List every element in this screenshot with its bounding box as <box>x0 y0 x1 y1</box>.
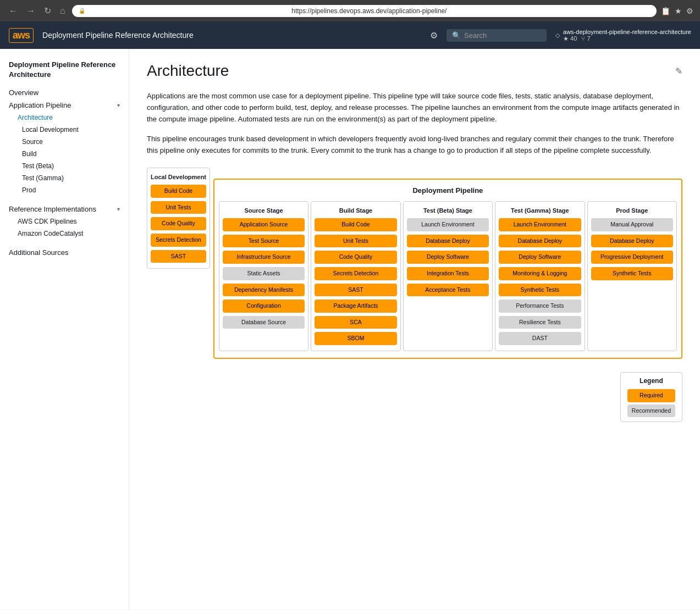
stage-source-title: Source Stage <box>223 207 305 214</box>
stage-test-gamma-title: Test (Gamma) Stage <box>499 207 581 214</box>
chevron-down-icon: ▾ <box>117 206 120 212</box>
address-bar[interactable]: 🔒 https://pipelines.devops.aws.dev/appli… <box>72 5 657 17</box>
aws-header: aws Deployment Pipeline Reference Archit… <box>0 21 700 49</box>
sidebar-item-overview[interactable]: Overview <box>9 86 120 99</box>
settings-icon[interactable]: ⚙ <box>430 30 438 41</box>
sidebar-item-label: Reference Implementations <box>9 205 96 213</box>
badge-build-code-build: Build Code <box>315 218 396 231</box>
repo-stats: ★ 40 ⑂ 7 <box>563 35 691 42</box>
sidebar-item-application-pipeline[interactable]: Application Pipeline ▾ <box>9 99 120 112</box>
sidebar-item-test-gamma[interactable]: Test (Gamma) <box>9 172 120 184</box>
home-button[interactable]: ⌂ <box>58 5 68 17</box>
pipeline-wrapper: Local Development Build Code Unit Tests … <box>147 168 682 359</box>
badge-build-code-local: Build Code <box>151 185 206 198</box>
url-text: https://pipelines.devops.aws.dev/applica… <box>89 7 650 15</box>
aws-logo[interactable]: aws <box>9 28 34 43</box>
badge-database-source: Database Source <box>223 316 305 329</box>
page-title: Architecture <box>147 62 229 80</box>
lock-icon: 🔒 <box>79 8 85 14</box>
back-button[interactable]: ← <box>7 5 20 17</box>
badge-sca: SCA <box>315 316 396 329</box>
sidebar-title: Deployment Pipeline Reference Architectu… <box>9 60 120 80</box>
badge-unit-tests-build: Unit Tests <box>315 235 396 248</box>
bookmark-icon[interactable]: 📋 <box>661 7 670 15</box>
stage-build-items: Build Code Unit Tests Code Quality Secre… <box>315 218 396 345</box>
forks-count: ⑂ 7 <box>581 35 590 42</box>
badge-db-deploy-beta: Database Deploy <box>407 235 489 248</box>
badge-secrets-detection-local: Secrets Detection <box>151 234 206 247</box>
badge-synthetic-tests-prod: Synthetic Tests <box>591 267 673 280</box>
sidebar-item-test-beta[interactable]: Test (Beta) <box>9 160 120 172</box>
stars-count: ★ 40 <box>563 35 577 42</box>
badge-resilience-tests: Resilience Tests <box>499 316 581 329</box>
pipeline-container: Deployment Pipeline Source Stage Applica… <box>213 179 682 359</box>
stage-source: Source Stage Application Source Test Sou… <box>219 201 308 351</box>
pipeline-title: Deployment Pipeline <box>219 186 677 195</box>
badge-static-assets: Static Assets <box>223 267 305 280</box>
badge-monitoring-logging: Monitoring & Logging <box>499 267 581 280</box>
badge-dast: DAST <box>499 332 581 345</box>
badge-deploy-software-gamma: Deploy Software <box>499 251 581 264</box>
description-paragraph-1: Applications are the most common use cas… <box>147 91 682 125</box>
settings-icon[interactable]: ⚙ <box>686 7 693 15</box>
search-input[interactable] <box>464 31 541 40</box>
stage-prod-items: Manual Approval Database Deploy Progress… <box>591 218 673 280</box>
badge-acceptance-tests: Acceptance Tests <box>407 284 489 297</box>
stage-local-development-title: Local Development <box>151 174 206 180</box>
sidebar-item-additional-sources[interactable]: Additional Sources <box>9 246 120 259</box>
content-area: Architecture ✎ Applications are the most… <box>129 49 700 609</box>
stage-prod-title: Prod Stage <box>591 207 673 214</box>
badge-launch-env-beta: Launch Environment <box>407 218 489 231</box>
badge-dependency-manifests: Dependency Manifests <box>223 284 305 297</box>
browser-chrome: ← → ↻ ⌂ 🔒 https://pipelines.devops.aws.d… <box>0 0 700 21</box>
refresh-button[interactable]: ↻ <box>42 4 53 17</box>
badge-sast-build: SAST <box>315 284 396 297</box>
description-paragraph-2: This pipeline encourages trunk based dev… <box>147 134 682 157</box>
chevron-down-icon: ▾ <box>117 102 120 108</box>
badge-sast-local: SAST <box>151 250 206 263</box>
legend-recommended: Recommended <box>627 404 675 418</box>
badge-db-deploy-prod: Database Deploy <box>591 235 673 248</box>
stage-test-beta: Test (Beta) Stage Launch Environment Dat… <box>403 201 493 351</box>
legend-title: Legend <box>627 377 675 385</box>
badge-code-quality-build: Code Quality <box>315 251 396 264</box>
sidebar: Deployment Pipeline Reference Architectu… <box>0 49 129 609</box>
sidebar-item-build[interactable]: Build <box>9 148 120 160</box>
forward-button[interactable]: → <box>24 5 37 17</box>
sidebar-item-reference-implementations[interactable]: Reference Implementations ▾ <box>9 203 120 215</box>
sidebar-item-aws-cdk[interactable]: AWS CDK Pipelines <box>9 215 120 228</box>
star-icon[interactable]: ★ <box>675 7 682 15</box>
edit-icon[interactable]: ✎ <box>675 66 682 76</box>
badge-integration-tests: Integration Tests <box>407 267 489 280</box>
badge-manual-approval: Manual Approval <box>591 218 673 231</box>
legend-wrapper: Legend Required Recommended <box>147 365 682 422</box>
main-layout: Deployment Pipeline Reference Architectu… <box>0 49 700 609</box>
legend-items: Required Recommended <box>627 389 675 417</box>
badge-sbom: SBOM <box>315 332 396 345</box>
badge-test-source: Test Source <box>223 235 305 248</box>
badge-launch-env-gamma: Launch Environment <box>499 218 581 231</box>
repo-icon: ◇ <box>555 32 560 39</box>
sidebar-item-local-development[interactable]: Local Development <box>9 124 120 136</box>
legend-required: Required <box>627 389 675 402</box>
badge-package-artifacts: Package Artifacts <box>315 300 396 313</box>
stage-test-gamma-items: Launch Environment Database Deploy Deplo… <box>499 218 581 345</box>
sidebar-item-prod[interactable]: Prod <box>9 184 120 196</box>
badge-configuration: Configuration <box>223 300 305 313</box>
sidebar-item-label: Application Pipeline <box>9 101 71 109</box>
aws-logo-text: aws <box>13 30 30 41</box>
stage-test-beta-title: Test (Beta) Stage <box>407 207 489 214</box>
badge-deploy-software-beta: Deploy Software <box>407 251 489 264</box>
sidebar-item-source[interactable]: Source <box>9 136 120 148</box>
sidebar-item-architecture[interactable]: Architecture <box>9 112 120 124</box>
header-icons: ⚙ <box>430 30 438 41</box>
stage-build-title: Build Stage <box>315 207 396 214</box>
badge-progressive-deployment: Progressive Deployment <box>591 251 673 264</box>
search-bar[interactable]: 🔍 <box>447 29 547 42</box>
repo-info: ◇ aws-deployment-pipeline-reference-arch… <box>555 29 691 42</box>
browser-toolbar-icons: 📋 ★ ⚙ <box>661 7 693 15</box>
stage-source-items: Application Source Test Source Infrastru… <box>223 218 305 329</box>
badge-application-source: Application Source <box>223 218 305 231</box>
sidebar-item-codecatalyst[interactable]: Amazon CodeCatalyst <box>9 228 120 240</box>
badge-code-quality-local: Code Quality <box>151 217 206 230</box>
